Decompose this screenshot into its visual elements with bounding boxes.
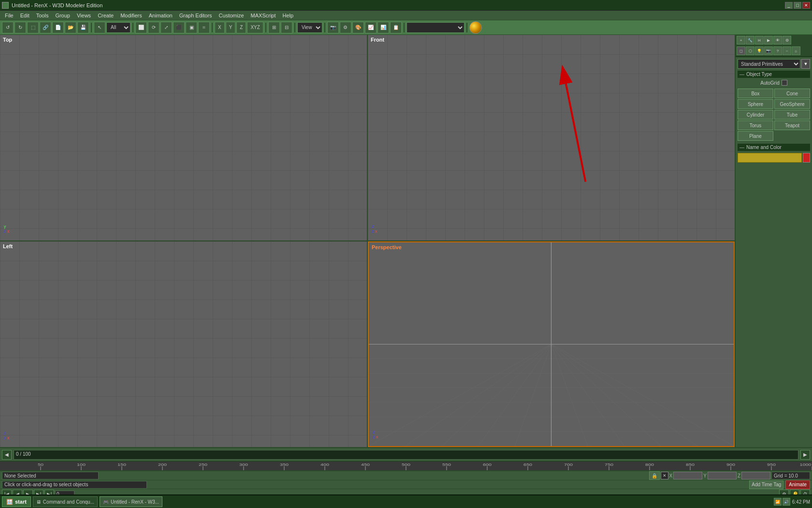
- sphere-icon[interactable]: [469, 21, 482, 34]
- panel-tab-modify[interactable]: 🔧: [746, 36, 754, 45]
- plane-button[interactable]: Plane: [738, 131, 773, 141]
- select-arrow[interactable]: ↖: [94, 22, 105, 33]
- timeline-next-button[interactable]: ▶: [800, 450, 810, 460]
- svg-text:750: 750: [605, 462, 613, 466]
- box-button[interactable]: Box: [738, 89, 773, 98]
- sphere-button[interactable]: Sphere: [738, 99, 773, 109]
- menu-item-help[interactable]: Help: [280, 12, 297, 19]
- rotate-button[interactable]: ⟳: [148, 22, 160, 33]
- open-button[interactable]: 📂: [65, 22, 76, 33]
- panel-tab-spacewarps[interactable]: ~: [783, 46, 791, 55]
- snap-2d-button[interactable]: ⊞: [268, 22, 280, 33]
- perspective-viewport[interactable]: Perspective: [368, 241, 735, 447]
- svg-text:850: 850: [686, 462, 695, 466]
- array-button[interactable]: ▣: [186, 22, 197, 33]
- save-button[interactable]: 💾: [77, 22, 89, 33]
- select-button[interactable]: ⬚: [27, 22, 39, 33]
- link-button[interactable]: 🔗: [40, 22, 51, 33]
- timeline-prev-button[interactable]: ◀: [2, 450, 12, 460]
- y-coord-field[interactable]: [708, 472, 737, 479]
- lock-button[interactable]: 🔒: [649, 471, 660, 480]
- title-bar: Untitled - RenX - W3D Modeler Edition _ …: [0, 0, 812, 11]
- render-button[interactable]: 📷: [327, 22, 339, 33]
- dropdown-arrow[interactable]: ▼: [801, 59, 810, 69]
- new-button[interactable]: 📄: [52, 22, 64, 33]
- minimize-button[interactable]: _: [785, 2, 793, 9]
- render-settings-button[interactable]: ⚙: [340, 22, 351, 33]
- panel-tab-lights[interactable]: 💡: [755, 46, 764, 55]
- select-region-button[interactable]: ⬜: [135, 22, 147, 33]
- panel-tab-geo[interactable]: ◻: [737, 46, 745, 55]
- taskbar-item-renx[interactable]: 🎮 Untitled - RenX - W3...: [100, 496, 162, 507]
- menu-item-animation[interactable]: Animation: [146, 12, 175, 19]
- menu-item-customize[interactable]: Customize: [216, 12, 247, 19]
- cylinder-button[interactable]: Cylinder: [738, 110, 773, 120]
- open-dialog-button[interactable]: ⌗: [198, 22, 210, 33]
- name-color-header[interactable]: — Name and Color: [738, 144, 810, 151]
- view-dropdown[interactable]: View: [297, 22, 322, 33]
- selection-filter-dropdown[interactable]: All: [106, 22, 130, 33]
- layer-button[interactable]: 📋: [390, 22, 402, 33]
- status-close-button[interactable]: ✕: [661, 472, 668, 479]
- redo-button[interactable]: ↻: [14, 22, 26, 33]
- tube-button[interactable]: Tube: [774, 110, 810, 120]
- perspective-viewport-label: Perspective: [372, 244, 402, 250]
- cone-button[interactable]: Cone: [774, 89, 810, 98]
- autogrid-checkbox[interactable]: [782, 80, 787, 86]
- grid-display: Grid = 10.0: [771, 472, 810, 479]
- panel-tab-cameras[interactable]: 📷: [764, 46, 773, 55]
- color-swatch[interactable]: [803, 153, 810, 163]
- panel-tab-shapes[interactable]: ⬡: [746, 46, 754, 55]
- primitive-type-dropdown[interactable]: Standard Primitives: [738, 59, 800, 69]
- panel-tab-display[interactable]: 👁: [773, 36, 782, 45]
- menu-item-views[interactable]: Views: [74, 12, 94, 19]
- panel-tab-helpers[interactable]: ?: [773, 46, 782, 55]
- named-selection-dropdown[interactable]: [406, 22, 464, 33]
- menu-item-modifiers[interactable]: Modifiers: [117, 12, 145, 19]
- menu-item-create[interactable]: Create: [95, 12, 116, 19]
- geosphere-button[interactable]: GeoSphere: [774, 99, 810, 109]
- undo-button[interactable]: ↺: [2, 22, 14, 33]
- z-coord-label: Z: [236, 22, 246, 33]
- menu-item-tools[interactable]: Tools: [33, 12, 52, 19]
- teapot-button[interactable]: Teapot: [774, 120, 810, 130]
- panel-tab-create[interactable]: +: [737, 36, 745, 45]
- object-type-header[interactable]: — Object Type: [738, 71, 810, 78]
- svg-text:100: 100: [77, 462, 86, 466]
- network-icon[interactable]: 📶: [774, 498, 782, 506]
- top-viewport[interactable]: Top y z x: [0, 35, 367, 240]
- volume-icon[interactable]: 🔊: [783, 498, 790, 506]
- schematic-button[interactable]: 📊: [377, 22, 389, 33]
- panel-tab-motion[interactable]: ▶: [764, 36, 773, 45]
- close-button[interactable]: ✕: [802, 2, 810, 9]
- menu-item-file[interactable]: File: [2, 12, 16, 19]
- menu-item-maxscript[interactable]: MAXScript: [248, 12, 279, 19]
- curve-editor-button[interactable]: 📈: [365, 22, 377, 33]
- x-coord-field[interactable]: [673, 472, 702, 479]
- taskbar-item-command[interactable]: 🖥 Command and Conqu...: [33, 496, 98, 507]
- scale-button[interactable]: ⤢: [160, 22, 172, 33]
- svg-text:900: 900: [726, 462, 735, 466]
- mirror-button[interactable]: ⬛: [173, 22, 185, 33]
- add-time-tag-button[interactable]: Add Time Tag: [749, 480, 783, 489]
- menu-item-edit[interactable]: Edit: [17, 12, 32, 19]
- primitives-grid: Box Cone Sphere GeoSphere Cylinder Tube …: [738, 89, 810, 141]
- snap-3d-button[interactable]: ⊟: [281, 22, 292, 33]
- maximize-button[interactable]: □: [794, 2, 801, 9]
- left-viewport[interactable]: Left z z x: [0, 241, 367, 447]
- object-name-input[interactable]: [738, 153, 802, 163]
- torus-button[interactable]: Torus: [738, 120, 773, 130]
- z-coord-field[interactable]: [741, 472, 770, 479]
- panel-tab-hierarchy[interactable]: H: [755, 36, 764, 45]
- timeline-track[interactable]: 0 / 100: [14, 450, 798, 460]
- start-button[interactable]: 🪟 start: [2, 496, 31, 507]
- panel-tab-systems[interactable]: ☼: [792, 46, 800, 55]
- menu-item-group[interactable]: Group: [52, 12, 73, 19]
- z-axis-label-front: z: [372, 224, 374, 229]
- menu-item-graph-editors[interactable]: Graph Editors: [176, 12, 215, 19]
- front-viewport[interactable]: Front z z x: [368, 35, 735, 240]
- panel-tab-utilities[interactable]: ⚙: [783, 36, 791, 45]
- material-editor-button[interactable]: 🎨: [352, 22, 364, 33]
- scrubber-marks[interactable]: 50 100 150 200 250 300 350 400 450 500 5…: [0, 462, 812, 470]
- animate-button[interactable]: Animate: [785, 480, 810, 489]
